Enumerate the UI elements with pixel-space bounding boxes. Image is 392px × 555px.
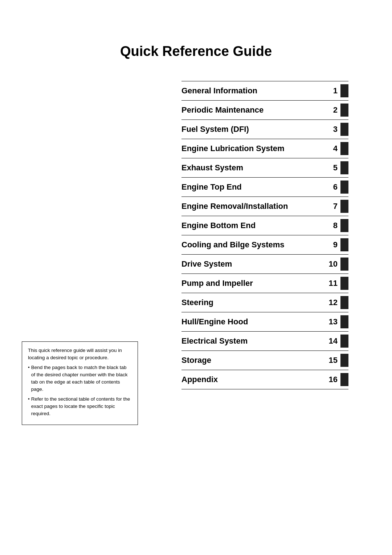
info-bullet-1: • Bend the pages back to match the black… (28, 364, 132, 393)
toc-tab-indicator (340, 373, 348, 386)
info-bullet-2: • Refer to the sectional table of conten… (28, 396, 132, 418)
toc-row[interactable]: Cooling and Bilge Systems9 (181, 235, 348, 254)
toc-item-label: Engine Top End (181, 182, 328, 192)
toc-container: General Information1Periodic Maintenance… (181, 81, 348, 389)
toc-item-number: 10 (328, 259, 340, 269)
toc-tab-indicator (340, 296, 348, 309)
toc-row[interactable]: Engine Top End6 (181, 177, 348, 197)
toc-row[interactable]: Exhaust System5 (181, 158, 348, 177)
toc-item-label: Storage (181, 356, 328, 365)
toc-item-label: Drive System (181, 259, 328, 269)
toc-item-label: Electrical System (181, 336, 328, 346)
toc-item-label: Periodic Maintenance (181, 105, 328, 115)
toc-tab-indicator (340, 200, 348, 213)
toc-item-label: Engine Bottom End (181, 221, 328, 230)
toc-item-label: Pump and Impeller (181, 279, 328, 288)
toc-row[interactable]: Electrical System14 (181, 331, 348, 351)
toc-item-label: Cooling and Bilge Systems (181, 240, 328, 250)
toc-tab-indicator (340, 335, 348, 348)
bullet-icon-1: • (28, 364, 30, 393)
toc-item-label: Steering (181, 298, 328, 307)
toc-tab-indicator (340, 142, 348, 155)
toc-tab-indicator (340, 104, 348, 117)
page-title: Quick Reference Guide (22, 44, 370, 59)
info-bullet-1-text: Bend the pages back to match the black t… (31, 364, 132, 393)
toc-row[interactable]: Appendix16 (181, 370, 348, 389)
toc-tab-indicator (340, 161, 348, 174)
toc-row[interactable]: Periodic Maintenance2 (181, 100, 348, 119)
toc-tab-indicator (340, 258, 348, 271)
toc-item-label: Engine Removal/Installation (181, 202, 328, 211)
toc-tab-indicator (340, 277, 348, 290)
bullet-icon-2: • (28, 396, 30, 418)
toc-row[interactable]: Engine Removal/Installation7 (181, 197, 348, 216)
toc-item-label: Hull/Engine Hood (181, 317, 328, 327)
toc-row[interactable]: Fuel System (DFI)3 (181, 119, 348, 139)
toc-item-number: 6 (328, 182, 340, 192)
toc-item-number: 4 (328, 144, 340, 153)
toc-tab-indicator (340, 181, 348, 194)
toc-row[interactable]: Engine Lubrication System4 (181, 139, 348, 158)
toc-item-label: Engine Lubrication System (181, 144, 328, 153)
toc-item-label: Appendix (181, 375, 328, 384)
toc-item-number: 3 (328, 125, 340, 134)
toc-tab-indicator (340, 354, 348, 367)
info-box: This quick reference guide will assist y… (22, 341, 138, 425)
toc-row[interactable]: Storage15 (181, 351, 348, 370)
info-bullet-2-text: Refer to the sectional table of contents… (31, 396, 132, 418)
toc-tab-indicator (340, 123, 348, 136)
toc-row[interactable]: Steering12 (181, 293, 348, 312)
toc-item-number: 13 (328, 317, 340, 327)
toc-tab-indicator (340, 84, 348, 97)
toc-item-number: 16 (328, 375, 340, 384)
toc-item-number: 2 (328, 105, 340, 115)
toc-row[interactable]: Hull/Engine Hood13 (181, 312, 348, 331)
toc-item-label: General Information (181, 86, 328, 96)
toc-item-number: 9 (328, 240, 340, 250)
toc-item-number: 12 (328, 298, 340, 307)
toc-row[interactable]: Engine Bottom End8 (181, 216, 348, 235)
toc-tab-indicator (340, 315, 348, 328)
info-intro: This quick reference guide will assist y… (28, 347, 132, 362)
toc-item-label: Exhaust System (181, 163, 328, 173)
toc-tab-indicator (340, 238, 348, 251)
toc-item-number: 14 (328, 336, 340, 346)
toc-item-number: 7 (328, 202, 340, 211)
page: Quick Reference Guide General Informatio… (0, 0, 392, 555)
toc-row[interactable]: Pump and Impeller11 (181, 274, 348, 293)
toc-item-label: Fuel System (DFI) (181, 125, 328, 134)
toc-item-number: 11 (328, 279, 340, 288)
toc-row[interactable]: Drive System10 (181, 254, 348, 274)
toc-tab-indicator (340, 219, 348, 232)
toc-item-number: 8 (328, 221, 340, 230)
toc-row[interactable]: General Information1 (181, 81, 348, 100)
toc-item-number: 15 (328, 356, 340, 365)
toc-item-number: 5 (328, 163, 340, 173)
toc-item-number: 1 (328, 86, 340, 96)
